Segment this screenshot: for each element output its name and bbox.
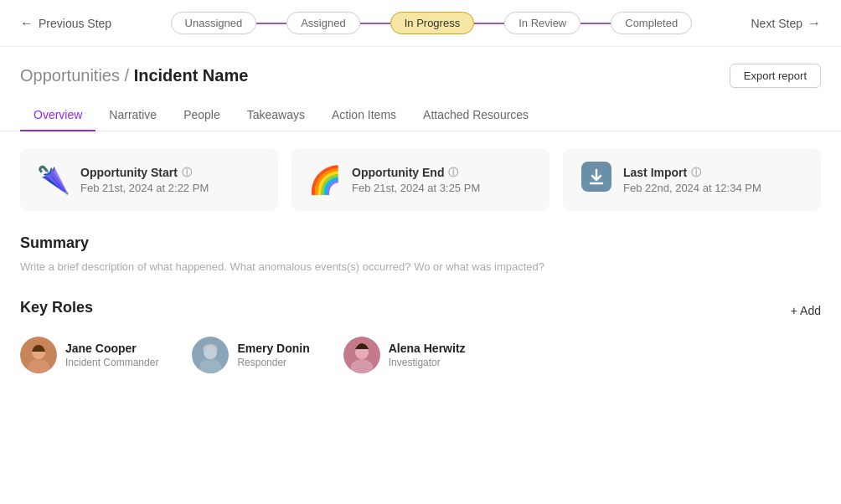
start-info-icon[interactable]: ⓘ [182,166,192,180]
card-start-info: Opportunity Start ⓘ Feb 21st, 2024 at 2:… [80,166,209,194]
next-step-link[interactable]: Next Step → [751,16,821,31]
card-end-title: Opportunity End ⓘ [352,166,480,180]
card-end-date: Feb 21st, 2024 at 3:25 PM [352,182,480,194]
step-in-progress[interactable]: In Progress [390,12,474,34]
tab-action-items[interactable]: Action Items [318,100,410,131]
tab-people[interactable]: People [170,100,234,131]
step-label-in-review: In Review [504,12,580,34]
role-title-jane: Incident Commander [65,357,158,368]
card-last-import: Last Import ⓘ Feb 22nd, 2024 at 12:34 PM [563,148,821,211]
role-name-emery: Emery Donin [237,342,309,355]
top-nav: ← Previous Step Unassigned Assigned In P… [0,0,841,47]
avatar-alena [343,337,380,373]
opportunity-start-icon: 🌂 [37,164,70,196]
connector-4 [580,23,611,24]
tab-takeaways[interactable]: Takeaways [234,100,318,131]
card-opportunity-end: 🌈 Opportunity End ⓘ Feb 21st, 2024 at 3:… [292,148,549,211]
step-label-assigned: Assigned [286,12,359,34]
right-arrow-icon: → [807,16,821,31]
connector-3 [474,23,504,24]
step-completed[interactable]: Completed [611,12,692,34]
main-content: 🌂 Opportunity Start ⓘ Feb 21st, 2024 at … [0,131,841,390]
breadcrumb: Opportunities / Incident Name [20,66,248,85]
end-info-icon[interactable]: ⓘ [448,166,458,180]
prev-step-label: Previous Step [39,17,111,30]
role-info-jane: Jane Cooper Incident Commander [65,342,158,368]
connector-1 [256,23,286,24]
card-import-title: Last Import ⓘ [623,166,761,180]
left-arrow-icon: ← [20,16,34,31]
role-info-alena: Alena Herwitz Investigator [389,342,466,368]
breadcrumb-separator: / [120,66,134,85]
tab-overview[interactable]: Overview [20,100,95,131]
role-info-emery: Emery Donin Responder [237,342,309,368]
card-import-info: Last Import ⓘ Feb 22nd, 2024 at 12:34 PM [623,166,761,194]
opportunity-end-icon: 🌈 [308,164,342,196]
next-step-label: Next Step [751,17,802,30]
import-info-icon[interactable]: ⓘ [691,166,701,180]
key-roles-title: Key Roles [20,299,93,316]
key-roles-header: Key Roles + Add [20,299,821,323]
breadcrumb-prefix: Opportunities [20,66,120,85]
prev-step-link[interactable]: ← Previous Step [20,16,111,31]
step-label-in-progress: In Progress [390,12,474,34]
add-role-button[interactable]: + Add [791,304,821,317]
role-name-jane: Jane Cooper [65,342,158,355]
progress-steps: Unassigned Assigned In Progress In Revie… [171,12,693,34]
role-item-emery: Emery Donin Responder [192,337,309,373]
role-title-alena: Investigator [389,357,466,368]
role-item-jane: Jane Cooper Incident Commander [20,337,158,373]
summary-placeholder: Write a brief description of what happen… [20,259,821,275]
card-start-title: Opportunity Start ⓘ [80,166,209,180]
step-assigned[interactable]: Assigned [286,12,359,34]
info-cards: 🌂 Opportunity Start ⓘ Feb 21st, 2024 at … [20,148,821,211]
role-title-emery: Responder [237,357,309,368]
tab-attached-resources[interactable]: Attached Resources [410,100,542,131]
last-import-icon [580,162,613,198]
tab-narrative[interactable]: Narrative [95,100,170,131]
card-opportunity-start: 🌂 Opportunity Start ⓘ Feb 21st, 2024 at … [20,148,278,211]
card-start-date: Feb 21st, 2024 at 2:22 PM [80,182,209,194]
avatar-emery [192,337,229,373]
export-report-button[interactable]: Export report [730,64,821,88]
page-header: Opportunities / Incident Name Export rep… [0,47,841,96]
tabs-bar: Overview Narrative People Takeaways Acti… [0,100,841,131]
role-name-alena: Alena Herwitz [389,342,466,355]
incident-name: Incident Name [134,66,249,85]
step-in-review[interactable]: In Review [504,12,580,34]
step-label-unassigned: Unassigned [171,12,257,34]
step-unassigned[interactable]: Unassigned [171,12,257,34]
card-import-date: Feb 22nd, 2024 at 12:34 PM [623,182,761,194]
connector-2 [360,23,390,24]
summary-title: Summary [20,234,821,252]
step-label-completed: Completed [611,12,692,34]
card-end-info: Opportunity End ⓘ Feb 21st, 2024 at 3:25… [352,166,480,194]
roles-list: Jane Cooper Incident Commander Emery Don… [20,337,821,373]
role-item-alena: Alena Herwitz Investigator [343,337,466,373]
avatar-jane [20,337,57,373]
